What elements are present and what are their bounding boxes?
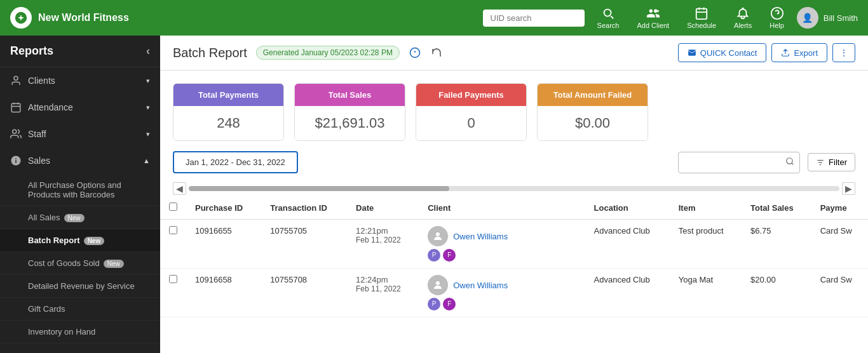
col-transaction-id: Transaction ID [261, 196, 347, 220]
top-nav: New World Fitness Search Add Client Sche… [0, 0, 868, 36]
sales-chevron-icon: ▲ [143, 157, 150, 164]
svg-point-11 [436, 281, 440, 285]
app-logo[interactable]: New World Fitness [10, 7, 129, 29]
filter-button[interactable]: Filter [808, 153, 855, 171]
total-sales-2: $20.00 [742, 269, 811, 317]
batch-report-table: Purchase ID Transaction ID Date Client L… [160, 196, 868, 317]
col-purchase-id: Purchase ID [186, 196, 261, 220]
badge-p-2: P [428, 298, 440, 310]
help-label: Help [770, 22, 784, 29]
date-1: 12:21pm Feb 11, 2022 [347, 220, 419, 269]
export-button[interactable]: Export [771, 43, 827, 62]
sidebar-item-clients-label: Clients [28, 76, 55, 86]
stat-header-total-payments: Total Payments [173, 84, 283, 106]
sidebar-sub-all-sales[interactable]: All SalesNew [0, 206, 160, 229]
client-1: Owen Williams P F [419, 220, 585, 269]
sidebar-item-sales[interactable]: Sales ▲ [0, 147, 160, 174]
badge-p-1: P [428, 249, 440, 262]
transaction-id-2: 10755708 [261, 269, 347, 317]
uid-search-input[interactable] [483, 10, 585, 27]
transaction-id-1: 10755705 [261, 220, 347, 269]
col-client: Client [419, 196, 585, 220]
col-date: Date [347, 196, 419, 220]
sidebar-sub-inventory-on-hand[interactable]: Inventory on Hand [0, 321, 160, 343]
sidebar-collapse-button[interactable]: ‹ [146, 44, 150, 58]
date-range-label: Jan 1, 2022 - Dec 31, 2022 [186, 157, 285, 167]
alerts-nav-action[interactable]: Alerts [729, 4, 757, 32]
stat-header-total-sales: Total Sales [295, 84, 405, 106]
sidebar-item-staff[interactable]: Staff ▾ [0, 121, 160, 147]
table-search-input[interactable] [679, 155, 780, 170]
quick-contact-button[interactable]: QUICK Contact [678, 43, 767, 62]
total-sales-1: $6.75 [742, 220, 811, 269]
date-range-button[interactable]: Jan 1, 2022 - Dec 31, 2022 [173, 151, 298, 173]
select-all-checkbox[interactable] [169, 203, 177, 211]
client-2: Owen Williams P F [419, 269, 585, 317]
scroll-left-arrow[interactable]: ◀ [173, 182, 186, 195]
sidebar-item-staff-label: Staff [28, 129, 46, 139]
sidebar-sub-detailed-revenue[interactable]: Detailed Revenue by Service [0, 275, 160, 298]
stat-card-failed-payments: Failed Payments 0 [416, 83, 527, 141]
sidebar-sub-all-purchase-options[interactable]: All Purchase Options and Products with B… [0, 174, 160, 206]
logo-icon [10, 7, 32, 29]
stats-row: Total Payments 248 Total Sales $21,691.0… [160, 70, 868, 151]
schedule-nav-action[interactable]: Schedule [682, 4, 721, 32]
table-wrapper: ◀ ▶ Purchase ID Transaction ID Date [160, 181, 868, 353]
sidebar-header: Reports ‹ [0, 36, 160, 67]
date-2: 12:24pm Feb 11, 2022 [347, 269, 419, 317]
stat-value-total-amount-failed: $0.00 [538, 106, 648, 140]
item-1: Test product [670, 220, 742, 269]
export-label: Export [794, 48, 818, 58]
item-2: Yoga Mat [670, 269, 742, 317]
stat-header-total-amount-failed: Total Amount Failed [538, 84, 648, 106]
sidebar-item-attendance-label: Attendance [28, 102, 73, 112]
badge-f-1: F [443, 249, 456, 262]
table-scroll[interactable]: Purchase ID Transaction ID Date Client L… [160, 196, 868, 353]
stat-header-failed-payments: Failed Payments [416, 84, 526, 106]
stat-value-total-sales: $21,691.03 [295, 106, 405, 140]
info-icon[interactable] [409, 46, 421, 59]
schedule-label: Schedule [687, 22, 716, 29]
stat-card-total-sales: Total Sales $21,691.03 [294, 83, 405, 141]
filter-label: Filter [829, 157, 847, 167]
client-name-1[interactable]: Owen Williams [453, 232, 508, 241]
location-1: Advanced Club [585, 220, 670, 269]
payment-1: Card Sw [811, 220, 868, 269]
client-avatar-1 [428, 226, 448, 246]
search-filter-box [678, 152, 800, 173]
attendance-chevron-icon: ▾ [146, 103, 150, 112]
location-2: Advanced Club [585, 269, 670, 317]
svg-rect-3 [11, 103, 20, 112]
purchase-id-2: 10916658 [186, 269, 261, 317]
sidebar-sub-cost-of-goods[interactable]: Cost of Goods SoldNew [0, 252, 160, 275]
sidebar-sub-gift-cards[interactable]: Gift Cards [0, 298, 160, 321]
sidebar-item-attendance[interactable]: Attendance ▾ [0, 94, 160, 121]
scroll-right-arrow[interactable]: ▶ [842, 182, 855, 195]
user-avatar: 👤 [797, 7, 818, 29]
header-actions: QUICK Contact Export ⋮ [678, 43, 855, 62]
staff-chevron-icon: ▾ [146, 130, 150, 138]
sidebar: Reports ‹ Clients ▾ Attendance ▾ Staff ▾… [0, 36, 160, 353]
payment-2: Card Sw [811, 269, 868, 317]
search-nav-action[interactable]: Search [592, 4, 625, 32]
refresh-icon[interactable] [430, 46, 443, 59]
more-options-button[interactable]: ⋮ [832, 43, 855, 62]
row-checkbox-1[interactable] [160, 220, 186, 269]
row-checkbox-2[interactable] [160, 269, 186, 317]
help-nav-action[interactable]: Help [764, 4, 789, 32]
sidebar-sub-batch-report[interactable]: Batch ReportNew [0, 229, 160, 252]
sidebar-item-clients[interactable]: Clients ▾ [0, 67, 160, 94]
more-icon: ⋮ [839, 48, 848, 58]
col-payment: Payme [811, 196, 868, 220]
alerts-label: Alerts [734, 22, 752, 29]
search-filter-icon[interactable] [780, 154, 799, 170]
add-client-nav-action[interactable]: Add Client [632, 4, 674, 32]
col-total-sales: Total Sales [742, 196, 811, 220]
search-label: Search [597, 22, 620, 29]
filter-row: Jan 1, 2022 - Dec 31, 2022 Filter [160, 151, 868, 181]
sidebar-title: Reports [10, 44, 53, 58]
table-row: 10916655 10755705 12:21pm Feb 11, 2022 [160, 220, 868, 269]
col-location: Location [585, 196, 670, 220]
user-profile[interactable]: 👤 Bill Smith [797, 7, 858, 29]
client-name-2[interactable]: Owen Williams [453, 281, 508, 290]
